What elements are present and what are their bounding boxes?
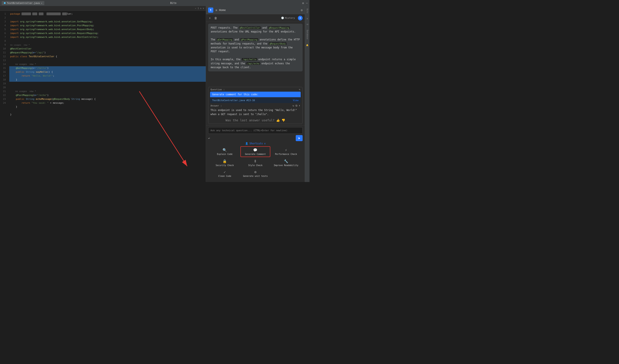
code-line-12-hint: no usages new * [9, 62, 206, 66]
shortcut-generate-comment[interactable]: 💬 Generate Comment [240, 146, 270, 157]
bito-gear-icon[interactable]: ⚙ [301, 8, 303, 12]
undo-button[interactable]: ↩ [208, 136, 210, 140]
shortcut-improve-readability[interactable]: 🔧 Improve Readability [271, 158, 301, 168]
side-notifications-icon[interactable]: 🔔 [306, 43, 309, 47]
editor-content: 12345 678910 1112131415 1617181920 21222… [0, 11, 206, 118]
question-edit-icon[interactable]: ✎ [299, 88, 300, 91]
shortcuts-grid: 🔍 Explain Code 💬 Generate Comment ⚡ Perf… [208, 146, 303, 180]
thumbs-down-icon[interactable]: 👎 [281, 119, 285, 122]
tab-close[interactable]: ✕ [41, 2, 42, 4]
chat-text-3: In this example, the /api/hello endpoint… [211, 58, 296, 69]
code-line-16: } [9, 78, 206, 82]
code-line-4: import org.springframework.web.bind.anno… [9, 24, 206, 27]
shortcut-style-check[interactable]: Ⅱ Style Check [240, 158, 270, 168]
code-line-17 [9, 82, 206, 86]
code-line-9: no usages new * [9, 43, 206, 47]
home-label: Home [219, 8, 225, 12]
settings-icon[interactable]: ⚙ [302, 1, 304, 5]
bito-toolbar: ⬆ 🗑 🕐 History + [206, 14, 305, 22]
side-icons: Bito m D Database 🔔 [305, 6, 310, 182]
tab-dot [4, 2, 6, 4]
style-check-label: Style Check [248, 164, 262, 166]
clean-code-label: Clean Code [218, 175, 231, 177]
code-line-8 [9, 39, 206, 43]
question-file-ref: TestBitoController.java #13-16 View [210, 98, 301, 103]
shortcut-security-check[interactable]: 🔒 Security Check [210, 158, 239, 168]
improve-readability-label: Improve Readability [274, 164, 298, 166]
editor-toolbar: ✓ 1 ∧ ∨ [0, 6, 206, 11]
code-line-10: @RequestMapping(⊙~"/api") [9, 51, 206, 55]
code-line-18 [9, 86, 206, 90]
new-chat-button[interactable]: + [298, 16, 303, 20]
code-line-7: import org.springframework.web.bind.anno… [9, 35, 206, 39]
tab-filename: TestBitoController.java [7, 2, 40, 4]
performance-check-label: Performance Check [275, 153, 297, 155]
explain-code-label: Explain Code [217, 153, 232, 155]
generate-comment-icon: 💬 [253, 148, 257, 152]
history-button[interactable]: 🕐 History [281, 16, 295, 19]
minimize-icon[interactable]: − [306, 1, 308, 5]
thumbs-up-icon[interactable]: 👍 [276, 119, 280, 122]
code-line-13: @GetMapping(⊙~"/hello") [9, 66, 206, 70]
copy-icon[interactable]: ⧉ [295, 104, 297, 107]
chat-area[interactable]: POST requests. The @RestController and @… [206, 22, 305, 86]
code-line-6: import org.springframework.web.bind.anno… [9, 31, 206, 35]
side-d-icon[interactable]: D [306, 23, 309, 26]
title-bar: TestBitoController.java ✕ Bito ⚙ − [0, 0, 310, 6]
shortcut-generate-unit-tests[interactable]: ⚙ Generate unit tests [240, 169, 270, 178]
shortcut-explain-code[interactable]: 🔍 Explain Code [210, 146, 239, 157]
arrow-down-icon[interactable]: ∨ [203, 7, 204, 10]
code-line-21: return "You said: " + message; [9, 101, 206, 105]
editor-tab[interactable]: TestBitoController.java ✕ [2, 1, 44, 5]
chat-input-placeholder[interactable]: Ask any technical question... (CTRL+Ente… [208, 127, 303, 134]
answer-share-icon[interactable]: ⬆ [299, 104, 300, 107]
share-icon[interactable]: ⬆ [208, 16, 211, 20]
history-clock-icon: 🕐 [281, 16, 284, 19]
app-title: Bito [170, 1, 176, 4]
side-bito-icon[interactable]: Bito [306, 8, 309, 14]
shortcuts-icon: 👤 [245, 142, 248, 145]
send-icon: ➤ [298, 136, 300, 140]
bito-home[interactable]: ≡ Home [215, 8, 301, 12]
check-count: ✓ 1 [195, 7, 199, 10]
main-layout: ✓ 1 ∧ ∨ 12345 678910 1112131415 16171819… [0, 6, 310, 182]
shortcut-clean-code[interactable]: ✓ Clean Code [210, 169, 239, 178]
history-label: History [285, 16, 295, 19]
editor-wrapper: ✓ 1 ∧ ∨ 12345 678910 1112131415 16171819… [0, 6, 206, 182]
qa-section: Question : ✎ Generate comment for this c… [208, 87, 303, 124]
security-check-icon: 🔒 [223, 159, 227, 163]
shortcut-performance-check[interactable]: ⚡ Performance Check [271, 146, 301, 157]
bito-panel: t ≡ Home ⚙ ⬆ 🗑 🕐 History + POST requests… [206, 6, 305, 182]
refresh-icon[interactable]: ↻ [293, 104, 294, 107]
home-menu-icon: ≡ [215, 8, 217, 12]
code-line-23 [9, 109, 206, 113]
shortcuts-header: 👤 Shortcuts ∨ [208, 141, 303, 146]
side-database-icon[interactable]: Database [306, 29, 309, 40]
code-line-9b: @RestController [9, 47, 206, 51]
shortcuts-chevron[interactable]: ∨ [264, 142, 266, 145]
improve-readability-icon: 🔧 [284, 159, 288, 163]
code-line-1: package ler; [9, 12, 206, 16]
delete-icon[interactable]: 🗑 [213, 16, 218, 20]
shortcuts-label: Shortcuts [250, 142, 263, 145]
answer-text: This endpoint is used to return the Stri… [211, 108, 300, 116]
title-bar-left: TestBitoController.java ✕ [2, 1, 44, 5]
question-label-row: Question : ✎ [208, 87, 302, 92]
code-line-18b: no usages new * [9, 90, 206, 93]
code-line-24: } [9, 113, 206, 117]
generate-unit-tests-label: Generate unit tests [243, 175, 267, 177]
question-label: Question : [211, 88, 225, 91]
side-m-icon[interactable]: m [306, 17, 309, 20]
send-button[interactable]: ➤ [296, 135, 303, 141]
feedback-row: Was the last answer useful? 👍 👎 [208, 117, 302, 124]
chat-text-2: The @GetMapping and @PostMapping annotat… [211, 38, 300, 53]
performance-check-icon: ⚡ [285, 148, 287, 152]
chat-text-1: POST requests. The @RestController and @… [211, 26, 296, 33]
code-line-19: @PostMapping(⊙~"/echo") [9, 93, 206, 97]
arrow-up-icon[interactable]: ∧ [200, 7, 201, 10]
view-link[interactable]: View [293, 99, 299, 102]
code-line-2 [9, 16, 206, 20]
chat-bubble: POST requests. The @RestController and @… [208, 24, 303, 71]
title-bar-right: ⚙ − [302, 1, 308, 5]
answer-section: Answer : ↻ ⧉ ⬆ This endpoint is used to … [208, 103, 302, 117]
